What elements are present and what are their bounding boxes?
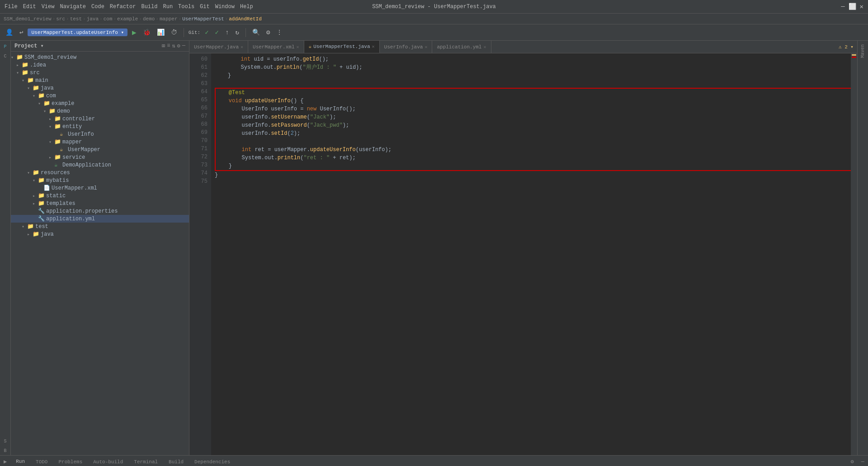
tree-java[interactable]: ▾ 📁 java [11, 84, 189, 92]
menu-bar[interactable]: File Edit View Navigate Code Refactor Bu… [5, 4, 253, 10]
tree-app-properties[interactable]: 🔧 application.properties [11, 207, 189, 215]
tree-templates[interactable]: ▸ 📁 templates [11, 200, 189, 207]
tree-test[interactable]: ▾ 📁 test [11, 223, 189, 230]
toolbar-back[interactable]: ↩ [18, 28, 25, 37]
toolbar-icon-1[interactable]: 👤 [4, 28, 15, 37]
collapse-all-button[interactable]: ≡ [167, 43, 170, 49]
settings-project-button[interactable]: ⚙ [177, 43, 180, 49]
breadcrumb-test[interactable]: test [70, 16, 82, 22]
window-controls[interactable]: — ⬜ ✕ [841, 3, 863, 10]
bookmarks-sidebar-toggle[interactable]: B [4, 447, 6, 455]
tree-demoapplication[interactable]: ☕ DemoApplication [11, 161, 189, 169]
maximize-button[interactable]: ⬜ [849, 3, 856, 10]
tree-mapper-folder[interactable]: ▾ 📁 mapper [11, 138, 189, 146]
settings-button[interactable]: ⚙ [264, 28, 272, 37]
tree-entity[interactable]: ▾ 📁 entity [11, 123, 189, 130]
breadcrumb-mapper[interactable]: mapper [160, 16, 178, 22]
menu-file[interactable]: File [5, 4, 18, 10]
maven-label[interactable]: Maven [860, 41, 865, 62]
coverage-button[interactable]: 📊 [155, 28, 166, 37]
tab-usermapper[interactable]: UserMapper.java ✕ [189, 41, 248, 53]
menu-run[interactable]: Run [163, 4, 173, 10]
git-pull[interactable]: ↻ [233, 28, 241, 37]
menu-code[interactable]: Code [91, 4, 104, 10]
tree-demo[interactable]: ▾ 📁 demo [11, 107, 189, 115]
tree-src[interactable]: ▾ 📁 src [11, 69, 189, 76]
run-button[interactable]: ▶ [130, 27, 138, 38]
menu-git[interactable]: Git [200, 4, 210, 10]
code-line-69: userInfo.setId(2); [216, 129, 853, 138]
breadcrumb-com[interactable]: com [104, 16, 113, 22]
code-editor-content[interactable]: int uid = userInfo.getId(); System.out.p… [211, 53, 857, 455]
tab-userinfo-close[interactable]: ✕ [425, 44, 427, 50]
sort-button[interactable]: ⇅ [172, 43, 175, 49]
breadcrumb-example[interactable]: example [117, 16, 138, 22]
tree-test-java[interactable]: ▸ 📁 java [11, 230, 189, 238]
tab-application-yml[interactable]: application.yml ✕ [432, 41, 491, 53]
breadcrumb-method[interactable]: addAndRetId [229, 16, 262, 22]
commit-sidebar-toggle[interactable]: C [4, 52, 6, 61]
tab-userinfo[interactable]: UserInfo.java ✕ [380, 41, 433, 53]
btab-dependencies[interactable]: Dependencies [191, 457, 234, 466]
minimize-button[interactable]: — [841, 3, 844, 10]
breadcrumb-project[interactable]: SSM_demo1_review [4, 16, 52, 22]
minimize-panel-button[interactable]: — [182, 43, 185, 49]
more-button[interactable]: ⋮ [274, 28, 284, 37]
tree-usermapper-xml[interactable]: 📄 UserMapper.xml [11, 184, 189, 192]
git-check-2[interactable]: ✓ [213, 28, 221, 37]
debug-button[interactable]: 🐞 [141, 28, 152, 37]
close-button[interactable]: ✕ [860, 3, 863, 10]
tree-app-yml[interactable]: 🔧 application.yml [11, 215, 189, 223]
code-line-61: System.out.println("用户Id : " + uid); [215, 63, 854, 71]
git-push[interactable]: ↑ [223, 28, 231, 37]
breadcrumb-java[interactable]: java [87, 16, 99, 22]
btab-terminal[interactable]: Terminal [130, 457, 161, 466]
search-button[interactable]: 🔍 [250, 28, 262, 37]
project-sidebar-toggle[interactable]: P [4, 43, 6, 51]
code-line-63 [215, 80, 854, 88]
tree-service[interactable]: ▸ 📁 service [11, 153, 189, 161]
btab-build[interactable]: Build [165, 457, 187, 466]
menu-window[interactable]: Window [215, 4, 235, 10]
tree-static[interactable]: ▸ 📁 static [11, 192, 189, 200]
tree-example[interactable]: ▾ 📁 example [11, 100, 189, 107]
tree-root[interactable]: ▾ 📁 SSM_demo1_review [11, 53, 189, 61]
git-check-1[interactable]: ✓ [203, 28, 210, 37]
tab-usermapper-xml-close[interactable]: ✕ [296, 44, 299, 50]
tree-resources[interactable]: ▾ 📁 resources [11, 169, 189, 176]
bottom-settings[interactable]: ⚙ [851, 458, 854, 465]
project-panel-actions[interactable]: ⊞ ≡ ⇅ ⚙ — [162, 43, 185, 49]
breadcrumb-class[interactable]: UserMapperTest [182, 16, 224, 22]
btab-todo[interactable]: TODO [32, 457, 51, 466]
tree-com[interactable]: ▾ 📁 com [11, 92, 189, 100]
breadcrumb-src[interactable]: src [56, 16, 65, 22]
menu-help[interactable]: Help [240, 4, 253, 10]
btab-autobuild[interactable]: Auto-build [90, 457, 127, 466]
tree-idea[interactable]: ▸ 📁 .idea [11, 61, 189, 69]
tab-usermapper-close[interactable]: ✕ [241, 44, 243, 50]
tab-usermappertest[interactable]: ☕ UserMapperTest.java ✕ [304, 41, 380, 53]
menu-build[interactable]: Build [141, 4, 157, 10]
tree-controller[interactable]: ▸ 📁 controller [11, 115, 189, 123]
expand-all-button[interactable]: ⊞ [162, 43, 165, 49]
profile-button[interactable]: ⏱ [169, 28, 179, 37]
tree-main[interactable]: ▾ 📁 main [11, 76, 189, 84]
tab-application-yml-close[interactable]: ✕ [483, 44, 486, 50]
run-config-selector[interactable]: UserMapperTest.updateUserInfo ▾ [28, 29, 127, 36]
menu-view[interactable]: View [42, 4, 55, 10]
menu-refactor[interactable]: Refactor [110, 4, 136, 10]
tab-usermappertest-close[interactable]: ✕ [372, 44, 375, 49]
tree-userinfo[interactable]: ☕ UserInfo [11, 130, 189, 138]
bottom-close[interactable]: — [861, 459, 864, 465]
tab-usermapper-xml[interactable]: UserMapper.xml ✕ [248, 41, 304, 53]
structure-sidebar-toggle[interactable]: S [4, 437, 6, 446]
tree-usermapper[interactable]: ☕ UserMapper [11, 146, 189, 153]
menu-edit[interactable]: Edit [23, 4, 36, 10]
menu-tools[interactable]: Tools [178, 4, 194, 10]
tree-mybatis[interactable]: ▾ 📁 mybatis [11, 176, 189, 184]
breadcrumb-demo[interactable]: demo [143, 16, 155, 22]
btab-run[interactable]: Run [12, 457, 28, 466]
menu-navigate[interactable]: Navigate [60, 4, 86, 10]
btab-problems[interactable]: Problems [55, 457, 86, 466]
bottom-tabs: ▶ Run TODO Problems Auto-build Terminal … [0, 456, 868, 466]
